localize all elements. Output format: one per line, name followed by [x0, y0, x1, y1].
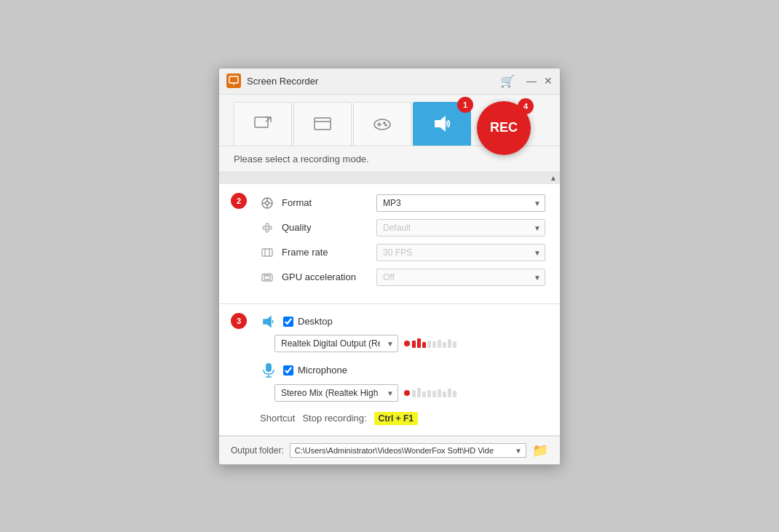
svg-point-18	[263, 226, 266, 229]
mic-row: Microphone	[260, 362, 545, 378]
format-row: Format MP3 MP4 AVI ▼	[260, 194, 545, 212]
output-path-wrapper: C:\Users\Administrator\Videos\WonderFox …	[290, 443, 526, 458]
tab-audio[interactable]: 1	[413, 102, 471, 146]
framerate-select[interactable]: 30 FPS	[376, 244, 545, 261]
quality-row: Quality Default ▼	[260, 219, 545, 237]
mic-vol-bar-1	[412, 390, 416, 397]
mic-vol-bar-2	[417, 388, 421, 397]
section2-badge: 2	[231, 193, 247, 209]
desktop-device-select[interactable]: Realtek Digital Output (Rea...	[274, 335, 398, 352]
mic-check-label[interactable]: Microphone	[283, 365, 347, 376]
title-bar: Screen Recorder 🛒 — ✕	[219, 68, 560, 95]
tab-screen-crop[interactable]	[234, 102, 292, 146]
svg-marker-11	[435, 117, 445, 130]
tab-screen-full[interactable]	[293, 102, 352, 146]
quality-select[interactable]: Default	[376, 219, 545, 237]
svg-point-21	[266, 229, 269, 232]
app-window: Screen Recorder 🛒 — ✕	[218, 68, 561, 465]
desktop-row: Desktop	[260, 314, 545, 329]
shortcut-key: Ctrl + F1	[374, 412, 418, 425]
output-folder-label: Output folder:	[231, 445, 284, 456]
desktop-checkbox[interactable]	[283, 317, 293, 327]
gpu-row: GPU acceleration Off ▼	[260, 269, 545, 286]
mic-vol-bar-6	[438, 389, 441, 397]
rec-button[interactable]: REC 4	[477, 101, 531, 155]
quality-icon	[260, 221, 274, 235]
mic-volume	[404, 388, 456, 397]
app-icon	[226, 74, 241, 88]
vol-bar-6	[438, 340, 441, 348]
badge-tab-audio: 1	[457, 97, 473, 113]
stop-recording-label: Stop recording:	[302, 413, 366, 424]
window-controls: — ✕	[526, 75, 553, 87]
scroll-bar[interactable]: ▲	[219, 172, 560, 184]
mic-device-row: Stereo Mix (Realtek High D... ▼	[274, 384, 545, 402]
section3-badge: 3	[231, 313, 247, 329]
browse-folder-button[interactable]: 📁	[532, 442, 548, 458]
mic-vol-bar-7	[443, 392, 446, 397]
tab-game[interactable]	[353, 102, 411, 146]
format-select[interactable]: MP3 MP4 AVI	[376, 194, 545, 212]
svg-point-20	[269, 226, 272, 229]
vol-bar-1	[412, 341, 416, 348]
badge-rec: 4	[518, 98, 534, 114]
desktop-volume	[404, 338, 456, 348]
svg-point-10	[385, 124, 387, 126]
desktop-label: Desktop	[298, 316, 333, 327]
svg-rect-22	[262, 249, 272, 256]
mic-vol-bar-9	[453, 391, 456, 397]
desktop-vol-dot	[404, 341, 410, 346]
quality-select-wrapper: Default ▼	[376, 219, 545, 237]
svg-rect-0	[229, 76, 238, 83]
framerate-select-wrapper: 30 FPS ▼	[376, 244, 545, 261]
mic-vol-bar-4	[427, 390, 431, 397]
svg-point-19	[266, 223, 269, 226]
framerate-label: Frame rate	[282, 247, 369, 258]
minimize-button[interactable]: —	[526, 75, 537, 87]
framerate-icon	[260, 245, 274, 260]
desktop-vol-bars	[412, 338, 456, 348]
mic-device-select[interactable]: Stereo Mix (Realtek High D...	[274, 384, 398, 402]
gpu-label: GPU acceleration	[282, 271, 369, 282]
format-select-wrapper: MP3 MP4 AVI ▼	[376, 194, 545, 212]
svg-point-13	[266, 201, 269, 205]
mic-vol-bar-5	[432, 391, 436, 397]
shortcut-row: Shortcut Stop recording: Ctrl + F1	[260, 412, 545, 425]
output-path-select[interactable]: C:\Users\Administrator\Videos\WonderFox …	[290, 443, 526, 458]
shortcut-label: Shortcut	[260, 413, 295, 424]
quality-label: Quality	[282, 222, 369, 233]
format-label: Format	[282, 197, 369, 208]
mic-checkbox[interactable]	[283, 365, 293, 376]
audio-content: Desktop Realtek Digital Output (Rea... ▼	[260, 314, 545, 425]
gpu-icon	[260, 270, 274, 285]
vol-bar-8	[448, 339, 451, 348]
gpu-select-wrapper: Off ▼	[376, 269, 545, 286]
vol-bar-5	[432, 341, 436, 348]
settings-section: 2 Format MP3	[219, 184, 560, 304]
mic-vol-bar-8	[448, 389, 451, 397]
format-icon	[260, 196, 274, 210]
svg-rect-26	[264, 276, 270, 279]
close-button[interactable]: ✕	[544, 75, 553, 87]
mic-device-wrapper: Stereo Mix (Realtek High D... ▼	[274, 384, 398, 402]
audio-section: 3 Desktop Realtek Digital Outp	[219, 304, 560, 436]
window-title: Screen Recorder	[247, 76, 500, 87]
vol-bar-2	[417, 338, 421, 348]
vol-bar-4	[427, 341, 431, 348]
desktop-check-label[interactable]: Desktop	[283, 316, 333, 327]
vol-bar-3	[422, 342, 426, 348]
tab-bar: 1 REC 4	[219, 95, 560, 146]
footer: Output folder: C:\Users\Administrator\Vi…	[219, 436, 560, 464]
gpu-select[interactable]: Off	[376, 269, 545, 286]
framerate-row: Frame rate 30 FPS ▼	[260, 244, 545, 261]
vol-bar-9	[453, 341, 456, 348]
svg-point-6	[374, 119, 390, 130]
mic-vol-bars	[412, 388, 456, 397]
vol-bar-7	[443, 342, 446, 348]
mic-icon	[260, 362, 277, 378]
svg-rect-31	[266, 363, 272, 372]
mic-label: Microphone	[298, 365, 347, 376]
cart-icon[interactable]: 🛒	[500, 74, 515, 88]
desktop-device-wrapper: Realtek Digital Output (Rea... ▼	[274, 335, 398, 352]
settings-content: Format MP3 MP4 AVI ▼	[260, 194, 545, 286]
